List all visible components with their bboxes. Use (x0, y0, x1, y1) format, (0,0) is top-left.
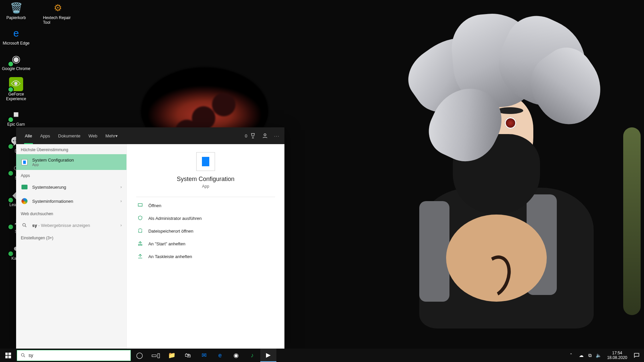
spotify-icon: ♪ (251, 352, 254, 359)
start-button[interactable] (0, 349, 16, 362)
taskbar-pin-chrome[interactable]: ◉ (228, 349, 244, 362)
result-systemsteuerung[interactable]: Systemsteuerung› (16, 180, 126, 194)
preview-app-icon (196, 152, 215, 171)
rewards-count: 0 (245, 133, 247, 138)
group-settings[interactable]: Einstellungen (3+) (16, 232, 126, 242)
taskbar-pin-msstore[interactable]: 🛍 (180, 349, 196, 362)
action-label: An Taskleiste anheften (148, 254, 192, 259)
desktop-icon-edge[interactable]: eMicrosoft Edge (1, 26, 31, 46)
svg-point-1 (23, 224, 25, 226)
tray-time: 17:54 (607, 351, 627, 355)
chevron-right-icon: › (120, 185, 122, 189)
desktop-icon-label: Google Chrome (2, 66, 31, 71)
desktop-icon-label: Papierkorb (6, 15, 26, 20)
windows-logo-icon (5, 353, 11, 358)
search-tab-web[interactable]: Web (85, 127, 102, 144)
result-title: Systeminformationen (32, 199, 116, 204)
system-tray: ˄ ☁⧉🔈 17:54 18.08.2020 (567, 349, 644, 362)
result-title: System Configuration (32, 158, 74, 163)
svg-point-4 (21, 354, 24, 356)
more-icon[interactable]: ··· (274, 133, 280, 138)
svg-rect-2 (138, 203, 142, 206)
desktop-icon-recycle-bin[interactable]: 🗑️Papierkorb (1, 1, 31, 20)
preview-action-2[interactable]: Dateispeicherort öffnen (136, 225, 275, 237)
action-label: Dateispeicherort öffnen (148, 229, 193, 234)
chrome-icon: ◉ (233, 352, 239, 359)
result-title: Systemsteuerung (32, 185, 116, 190)
edge-icon: e (218, 352, 222, 359)
edge-icon: e (9, 26, 23, 40)
desktop-icon-epic[interactable]: ■Epic Gam (1, 107, 31, 127)
result-sub: App (32, 163, 74, 167)
taskbar-search-input[interactable] (29, 353, 127, 358)
app-result-icon (21, 183, 28, 191)
taskbar-pin-edge[interactable]: e (212, 349, 228, 362)
taskbar-pin-mail[interactable]: ✉ (196, 349, 212, 362)
action-label: An "Start" anheften (148, 241, 185, 246)
riot-icon: ▶ (266, 351, 271, 359)
web-suffix: - Webergebnisse anzeigen (37, 223, 90, 228)
epic-icon: ■ (9, 107, 23, 121)
search-tab-alle[interactable]: Alle (21, 127, 36, 144)
chevron-right-icon: › (120, 199, 122, 203)
action-label: Öffnen (148, 203, 161, 208)
chrome-icon: ◉ (9, 52, 23, 66)
search-tab-mehr[interactable]: Mehr ▾ (101, 127, 122, 144)
web-query: sy (32, 223, 37, 228)
desktop-icon-label: GeForce Experience (1, 92, 31, 101)
taskview-icon: ▭▯ (151, 352, 160, 359)
tray-date: 18.08.2020 (607, 355, 627, 360)
taskbar-pin-taskview[interactable]: ▭▯ (148, 349, 164, 362)
recycle-bin-icon: 🗑️ (9, 1, 23, 15)
taskbar: ◯▭▯📁🛍✉e◉♪▶ ˄ ☁⧉🔈 17:54 18.08.2020 (0, 349, 644, 362)
preview-action-4[interactable]: An Taskleiste anheften (136, 250, 275, 263)
volume-icon[interactable]: 🔈 (594, 349, 603, 362)
desktop-icon-geforce[interactable]: 👁GeForce Experience (1, 77, 31, 101)
svg-point-0 (264, 134, 266, 136)
rewards-icon[interactable] (250, 133, 256, 139)
taskbar-pin-cortana[interactable]: ◯ (131, 349, 148, 362)
action-icon (138, 202, 144, 208)
action-icon (138, 241, 144, 247)
action-label: Als Administrator ausführen (148, 216, 202, 221)
desktop-icon-label: Microsoft Edge (3, 41, 30, 46)
taskbar-pin-riot[interactable]: ▶ (260, 349, 276, 362)
preview-action-1[interactable]: Als Administrator ausführen (136, 212, 275, 225)
hextech-icon: ⚙ (51, 1, 65, 15)
preview-action-0[interactable]: Öffnen (136, 199, 275, 212)
taskbar-pin-spotify[interactable]: ♪ (244, 349, 260, 362)
desktop-icon-hextech[interactable]: ⚙Hextech Repair Tool (43, 1, 72, 25)
chevron-down-icon: ▾ (115, 133, 118, 138)
preview-title: System Configuration (177, 176, 234, 183)
taskbar-pin-explorer[interactable]: 📁 (164, 349, 180, 362)
feedback-icon[interactable] (262, 133, 268, 139)
desktop-icon-label: Epic Gam (7, 122, 25, 127)
result-web-sy[interactable]: sy - Webergebnisse anzeigen › (16, 218, 126, 232)
result-systeminformationen[interactable]: Systeminformationen› (16, 194, 126, 208)
search-preview-pane: System Configuration App ÖffnenAls Admin… (127, 144, 284, 349)
taskbar-clock[interactable]: 17:54 18.08.2020 (604, 351, 630, 360)
network-icon[interactable]: ⧉ (586, 349, 594, 362)
msstore-icon: 🛍 (185, 352, 191, 359)
group-web: Web durchsuchen (16, 208, 126, 218)
tray-overflow-chevron-icon[interactable]: ˄ (567, 349, 576, 362)
desktop-icon-label: Hextech Repair Tool (43, 15, 72, 25)
action-center-icon[interactable] (631, 349, 642, 362)
group-best-match: Höchste Übereinstimmung (16, 144, 126, 154)
search-results-list: Höchste Übereinstimmung System Configura… (16, 144, 127, 349)
action-icon (138, 253, 144, 259)
taskbar-search-box[interactable] (17, 350, 131, 361)
geforce-icon: 👁 (9, 77, 23, 91)
result-system-configuration[interactable]: System Configuration App (16, 154, 126, 170)
cortana-icon: ◯ (136, 352, 143, 359)
start-search-panel: AlleAppsDokumenteWebMehr ▾ 0 ··· Höchste… (16, 127, 284, 349)
preview-action-3[interactable]: An "Start" anheften (136, 237, 275, 250)
search-tab-apps[interactable]: Apps (36, 127, 54, 144)
search-tab-dokumente[interactable]: Dokumente (54, 127, 84, 144)
onedrive-icon[interactable]: ☁ (577, 349, 586, 362)
search-tabs: AlleAppsDokumenteWebMehr ▾ 0 ··· (16, 127, 284, 144)
explorer-icon: 📁 (168, 352, 175, 359)
desktop-icon-chrome[interactable]: ◉Google Chrome (1, 52, 31, 71)
action-icon (138, 215, 144, 221)
app-result-icon (21, 197, 28, 205)
